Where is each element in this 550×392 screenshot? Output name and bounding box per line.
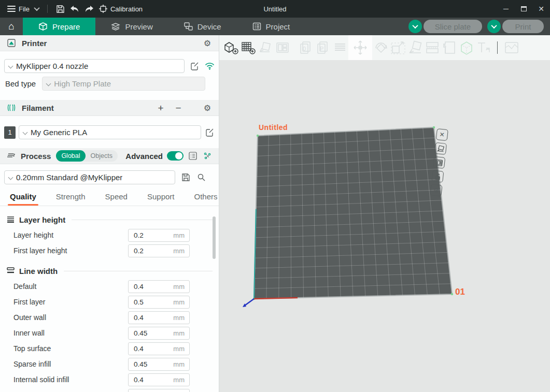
inner-wall-line-width-input[interactable] [129,329,161,337]
scene-3d[interactable]: Untitled 01 ✕ ⚙ [219,60,550,392]
tab-quality[interactable]: Quality [10,192,36,206]
first-layer-line-width-input[interactable] [129,298,161,306]
tab-others[interactable]: Others [194,192,218,206]
scale-tool-icon[interactable] [389,35,406,60]
edit-filament-icon[interactable] [204,127,215,138]
group-layer-height: Layer height [6,215,213,224]
outer-wall-line-width-input[interactable] [129,314,161,322]
process-preset-dropdown[interactable]: 0.20mm Standard @MyKlipper [4,170,175,184]
edit-printer-icon[interactable] [189,61,200,71]
add-plate-icon[interactable] [239,35,257,60]
minimize-button[interactable]: ─ [497,0,515,18]
scope-objects[interactable]: Objects [86,150,118,162]
process-scope-toggle[interactable]: Global Objects [56,150,118,162]
first-layer-height-input[interactable] [129,247,161,255]
filament-settings-gear-icon[interactable]: ⚙ [202,103,213,113]
calibration-menu[interactable]: Calibration [99,5,143,13]
tab-speed[interactable]: Speed [105,192,128,206]
import-plates-icon[interactable]: P [314,35,331,60]
printer-preset-dropdown[interactable]: MyKlipper 0.4 nozzle [4,59,185,73]
variable-layer-icon[interactable] [441,35,458,60]
param-unit: mm [173,345,189,353]
tab-project-label: Project [266,22,290,31]
slice-options-chevron[interactable] [408,20,422,33]
arrange-icon[interactable] [274,35,291,60]
undo-icon[interactable] [70,5,79,13]
place-on-face-icon[interactable] [406,35,424,60]
import-objects-icon[interactable]: 0 [297,35,314,60]
param-tabs: Quality Strength Speed Support Others [0,191,219,206]
preview-icon [111,22,120,31]
slice-plate-button[interactable]: Slice plate [424,20,482,33]
plate-layout-icon[interactable] [433,156,445,169]
viewport[interactable]: 0 P [219,35,550,392]
param-inputbox: mm [128,311,190,324]
param-inputbox: mm [128,373,190,386]
filament-section-title: Filament [22,104,54,112]
scope-global[interactable]: Global [56,150,85,162]
save-preset-icon[interactable] [180,172,191,183]
build-plate[interactable] [219,60,550,392]
arrange-plate-icon[interactable] [434,142,447,155]
param-inputbox: mm [128,229,190,242]
maximize-button[interactable] [515,0,532,18]
file-menu-chevron-icon[interactable] [34,5,39,11]
top-surface-line-width-input[interactable] [129,345,161,353]
advanced-label: Advanced [125,152,163,161]
plate-name-label[interactable]: Untitled [259,123,288,132]
home-button[interactable]: ⌂ [0,18,23,35]
file-menu[interactable]: File [7,5,30,13]
remove-filament-button[interactable]: − [172,103,185,113]
group-line-width: Line width [6,267,213,275]
internal-solid-infill-line-width-input[interactable] [129,376,161,384]
param-unit: mm [173,314,189,322]
auto-orient-icon[interactable] [257,35,274,60]
app-window: File Calibration Untitled ─ [0,0,550,392]
advanced-toggle[interactable] [167,151,184,161]
lock-plate-icon[interactable] [431,170,444,183]
sidebar-scrollbar[interactable] [213,216,216,259]
cut-tool-icon[interactable] [424,35,441,60]
delete-plate-icon[interactable]: ✕ [436,128,448,141]
tab-strength[interactable]: Strength [56,192,86,206]
filament-preset-dropdown[interactable]: My Generic PLA [19,125,201,139]
redo-icon[interactable] [84,5,94,13]
search-params-icon[interactable] [196,172,206,183]
home-icon: ⌂ [8,21,14,32]
chevron-down-icon [412,23,418,28]
tab-preview[interactable]: Preview [95,18,168,35]
add-filament-button[interactable]: + [154,103,167,113]
add-object-icon[interactable] [222,35,239,60]
bed-type-value: High Temp Plate [54,79,111,88]
print-button[interactable]: Print [502,20,544,33]
close-button[interactable]: ✕ [532,0,550,18]
save-icon[interactable] [56,5,65,13]
default-line-width-input[interactable] [129,283,161,291]
bed-type-dropdown[interactable]: High Temp Plate [42,77,205,91]
param-row: Outer wall mm [0,310,219,325]
layer-height-input[interactable] [129,231,161,239]
assembly-view-icon[interactable] [458,35,475,60]
param-label: Outer wall [13,313,128,322]
rotate-tool-icon[interactable] [372,35,389,60]
text-tool-icon[interactable] [475,35,492,60]
calibration-parts-icon[interactable] [503,35,520,60]
tab-device[interactable]: Device [168,18,237,35]
compare-params-icon[interactable] [202,151,213,161]
preset-list-icon[interactable] [188,151,198,161]
wifi-connection-icon[interactable] [204,61,215,71]
svg-text:P: P [320,46,323,52]
param-inputbox: mm [128,327,190,340]
tab-project[interactable]: Project [237,18,306,35]
printer-settings-gear-icon[interactable]: ⚙ [202,38,213,48]
calibration-label: Calibration [110,5,143,13]
printer-icon [6,38,17,48]
sparse-infill-line-width-input[interactable] [129,360,161,368]
plate-settings-gear-icon[interactable]: ⚙ [430,184,442,196]
tab-prepare[interactable]: Prepare [23,18,95,35]
move-tool-icon[interactable] [348,35,372,60]
layers-list-icon[interactable] [331,35,348,60]
tab-support[interactable]: Support [147,192,175,206]
param-label: Top surface [13,344,128,353]
print-options-chevron[interactable] [487,20,501,33]
